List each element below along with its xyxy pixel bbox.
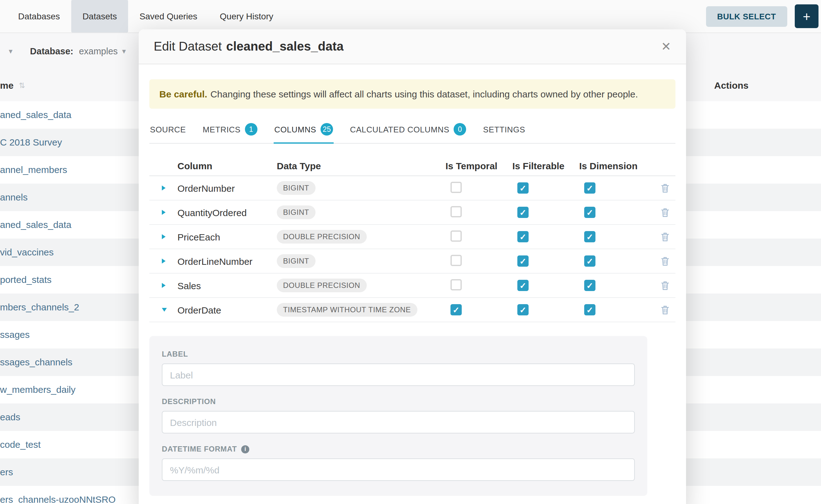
is-temporal-checkbox[interactable] [451, 279, 462, 290]
dataset-name-link[interactable]: w_members_daily [0, 384, 76, 395]
collapse-caret-icon[interactable] [149, 308, 177, 312]
expand-caret-icon[interactable] [149, 234, 177, 239]
tab-columns[interactable]: COLUMNS 25 [274, 117, 334, 144]
dataset-name-link[interactable]: mbers_channels_2 [0, 302, 79, 312]
column-name: OrderDate [177, 304, 277, 315]
data-type-header: Data Type [277, 161, 446, 171]
info-icon[interactable]: i [241, 445, 249, 453]
is-temporal-checkbox[interactable] [451, 181, 462, 193]
chevron-down-icon[interactable]: ▾ [122, 47, 126, 56]
nav-item-query-history[interactable]: Query History [209, 0, 284, 32]
tab-label: SETTINGS [483, 125, 525, 134]
nav-item-saved-queries[interactable]: Saved Queries [128, 0, 208, 32]
nav-item-databases[interactable]: Databases [7, 0, 71, 32]
is-filterable-checkbox[interactable] [517, 304, 529, 316]
is-filterable-header: Is Filterable [512, 161, 579, 171]
datetime-format-label-text: DATETIME FORMAT [162, 445, 237, 453]
column-name: QuantityOrdered [177, 207, 277, 218]
is-temporal-checkbox[interactable] [451, 304, 462, 316]
is-temporal-checkbox[interactable] [451, 206, 462, 217]
modal-tabs: SOURCE METRICS 1 COLUMNS 25 CALCULATED C… [149, 117, 675, 144]
is-filterable-checkbox[interactable] [517, 207, 529, 218]
is-filterable-checkbox[interactable] [517, 256, 529, 267]
modal-header: Edit Datasetcleaned_sales_data ✕ [139, 29, 686, 64]
modal-body: Be careful.Changing these settings will … [139, 64, 686, 504]
is-filterable-checkbox[interactable] [517, 280, 529, 291]
is-dimension-checkbox[interactable] [584, 231, 596, 243]
add-dataset-button[interactable]: + [795, 4, 819, 28]
is-filterable-checkbox[interactable] [517, 231, 529, 243]
delete-icon[interactable] [661, 256, 675, 266]
dataset-name-link[interactable]: code_test [0, 439, 41, 450]
tab-calculated-columns[interactable]: CALCULATED COLUMNS 0 [349, 117, 467, 144]
nav-item-datasets[interactable]: Datasets [71, 0, 128, 32]
is-dimension-checkbox[interactable] [584, 256, 596, 267]
edit-dataset-modal: Edit Datasetcleaned_sales_data ✕ Be care… [139, 29, 686, 504]
delete-icon[interactable] [661, 305, 675, 314]
tab-label: SOURCE [150, 125, 186, 134]
is-dimension-header: Is Dimension [579, 161, 654, 171]
app-viewport: Databases Datasets Saved Queries Query H… [0, 0, 821, 504]
bulk-select-button[interactable]: BULK SELECT [706, 6, 787, 27]
datetime-format-input[interactable] [162, 458, 635, 481]
delete-icon[interactable] [661, 232, 675, 241]
delete-icon[interactable] [661, 281, 675, 290]
name-column-header[interactable]: me [0, 80, 13, 91]
tab-settings[interactable]: SETTINGS [482, 117, 526, 144]
is-temporal-checkbox[interactable] [451, 254, 462, 266]
expand-caret-icon[interactable] [149, 185, 177, 190]
dataset-name-link[interactable]: ported_stats [0, 274, 52, 285]
column-row: OrderDate TIMESTAMP WITHOUT TIME ZONE [149, 298, 675, 322]
dataset-name-link[interactable]: aned_sales_data [0, 109, 72, 120]
dataset-name-link[interactable]: annels [0, 192, 27, 202]
database-filter-value[interactable]: examples [79, 46, 118, 56]
column-name: OrderLineNumber [177, 256, 277, 266]
dataset-name-link[interactable]: ssages [0, 329, 30, 340]
dataset-name-link[interactable]: annel_members [0, 164, 67, 175]
dataset-name-link[interactable]: ssages_channels [0, 357, 72, 367]
data-type-pill: BIGINT [277, 205, 315, 219]
datetime-format-field-group: DATETIME FORMAT i [162, 445, 635, 481]
tab-label: CALCULATED COLUMNS [350, 125, 449, 134]
datetime-format-field-label: DATETIME FORMAT i [162, 445, 635, 453]
dataset-name-link[interactable]: vid_vaccines [0, 247, 54, 257]
is-temporal-header: Is Temporal [446, 161, 512, 171]
dataset-name-link[interactable]: ers [0, 467, 13, 477]
sort-icon[interactable]: ⇅ [19, 81, 25, 90]
dataset-name-link[interactable]: eads [0, 412, 20, 422]
delete-icon[interactable] [661, 208, 675, 217]
description-field-group: DESCRIPTION [162, 397, 635, 433]
dataset-name-link[interactable]: ers_channels-uzooNNtSRO [0, 494, 116, 504]
is-dimension-checkbox[interactable] [584, 304, 596, 316]
description-input[interactable] [162, 411, 635, 433]
close-icon[interactable]: ✕ [661, 39, 671, 54]
expand-caret-icon[interactable] [149, 210, 177, 215]
tab-source[interactable]: SOURCE [149, 117, 186, 144]
column-detail-panel: LABEL DESCRIPTION DATETIME FORMAT i [149, 336, 647, 496]
actions-column-header: Actions [714, 80, 749, 91]
is-dimension-checkbox[interactable] [584, 280, 596, 291]
is-dimension-checkbox[interactable] [584, 207, 596, 218]
expand-caret-icon[interactable] [149, 259, 177, 264]
is-filterable-checkbox[interactable] [517, 183, 529, 194]
label-field-label: LABEL [162, 350, 635, 358]
label-input[interactable] [162, 363, 635, 386]
is-dimension-checkbox[interactable] [584, 183, 596, 194]
database-filter-label: Database: [30, 46, 73, 56]
chevron-down-icon[interactable]: ▾ [9, 47, 12, 56]
delete-icon[interactable] [661, 183, 675, 193]
column-header: Column [177, 161, 277, 171]
data-type-pill: DOUBLE PRECISION [277, 230, 366, 244]
tab-metrics[interactable]: METRICS 1 [202, 117, 258, 144]
columns-table: Column Data Type Is Temporal Is Filterab… [149, 156, 675, 322]
calculated-columns-count-badge: 0 [454, 123, 466, 136]
dataset-name-link[interactable]: aned_sales_data [0, 219, 72, 230]
tab-label: COLUMNS [274, 125, 316, 134]
expand-caret-icon[interactable] [149, 283, 177, 288]
is-temporal-checkbox[interactable] [451, 230, 462, 241]
nav-right-actions: BULK SELECT + [706, 4, 821, 28]
dataset-name-link[interactable]: C 2018 Survey [0, 137, 62, 147]
data-type-pill: BIGINT [277, 181, 315, 195]
column-row: Sales DOUBLE PRECISION [149, 274, 675, 298]
warning-bold: Be careful. [159, 89, 207, 99]
